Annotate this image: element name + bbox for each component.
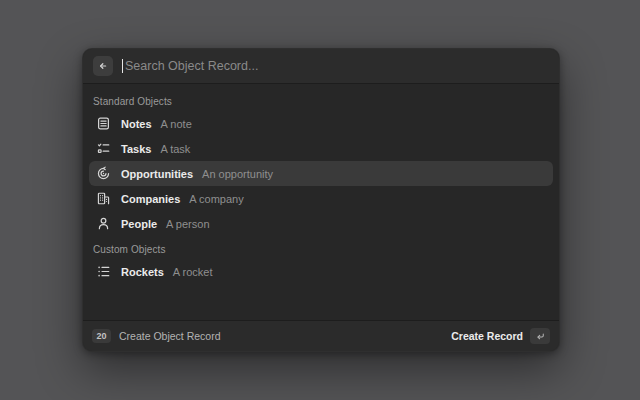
object-description: A rocket: [173, 266, 213, 278]
footer-action-label: Create Object Record: [119, 330, 221, 342]
object-name: Tasks: [121, 143, 151, 155]
object-name: Opportunities: [121, 168, 193, 180]
shortcut-badge: 20: [92, 329, 111, 343]
opportunities-icon: [95, 166, 111, 182]
object-description: A person: [166, 218, 209, 230]
search-header: [83, 49, 559, 84]
search-input[interactable]: [125, 49, 549, 83]
object-row-people[interactable]: PeopleA person: [89, 211, 553, 236]
object-description: A company: [189, 193, 243, 205]
object-description: A note: [161, 118, 192, 130]
object-name: People: [121, 218, 157, 230]
object-row-rockets[interactable]: RocketsA rocket: [89, 259, 553, 284]
rockets-icon: [95, 264, 111, 280]
object-name: Rockets: [121, 266, 164, 278]
desktop-background: Standard ObjectsNotesA noteTasksA taskOp…: [0, 0, 640, 400]
footer-bar: 20 Create Object Record Create Record: [83, 320, 559, 351]
section-label: Standard Objects: [93, 96, 549, 107]
create-object-record-action[interactable]: 20 Create Object Record: [92, 329, 221, 343]
submit-label: Create Record: [451, 330, 523, 342]
object-row-tasks[interactable]: TasksA task: [89, 136, 553, 161]
back-arrow-icon: [97, 60, 109, 72]
search-field: [122, 49, 549, 83]
object-description: A task: [160, 143, 190, 155]
object-row-opportunities[interactable]: OpportunitiesAn opportunity: [89, 161, 553, 186]
text-caret: [122, 59, 123, 73]
object-row-notes[interactable]: NotesA note: [89, 111, 553, 136]
companies-icon: [95, 191, 111, 207]
enter-key-icon: [530, 328, 550, 344]
people-icon: [95, 216, 111, 232]
back-button[interactable]: [93, 56, 113, 76]
create-record-action[interactable]: Create Record: [451, 328, 550, 344]
notes-icon: [95, 116, 111, 132]
command-palette: Standard ObjectsNotesA noteTasksA taskOp…: [82, 48, 560, 352]
results-list: Standard ObjectsNotesA noteTasksA taskOp…: [83, 84, 559, 320]
object-description: An opportunity: [202, 168, 273, 180]
object-name: Notes: [121, 118, 152, 130]
section-label: Custom Objects: [93, 244, 549, 255]
tasks-icon: [95, 141, 111, 157]
object-name: Companies: [121, 193, 180, 205]
object-row-companies[interactable]: CompaniesA company: [89, 186, 553, 211]
